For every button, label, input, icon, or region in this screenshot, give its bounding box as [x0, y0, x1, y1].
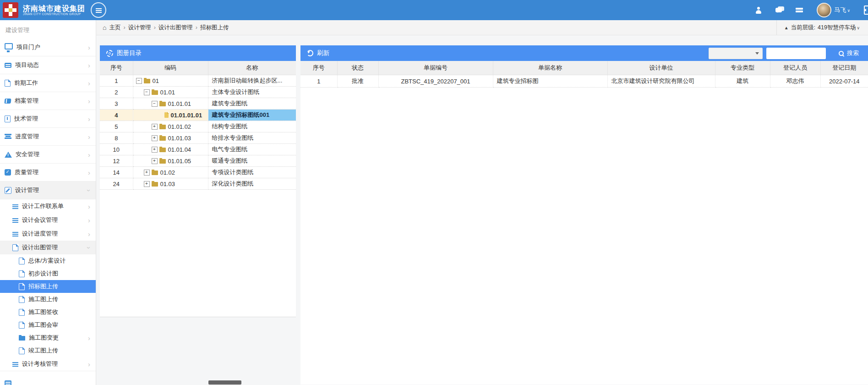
tree-code-text: 01.01.03 — [168, 135, 191, 142]
catalog-panel: 图册目录 序号 编码 名称 1 — [100, 45, 296, 317]
doc-no: ZBTSC_419_202207_001 — [378, 75, 493, 88]
folder-open-icon — [144, 79, 150, 83]
column-header-reg-date[interactable]: 登记日期 — [820, 61, 868, 75]
tree-row[interactable]: 8 01.01.03 给排水专业图纸 — [100, 132, 296, 144]
breadcrumb-design-management[interactable]: 设计管理 — [128, 24, 151, 32]
chevron-right-icon — [88, 44, 90, 51]
tree-seq: 2 — [100, 87, 133, 98]
sidebar-item-technical-management[interactable]: 技术管理 — [0, 110, 96, 128]
navbar-actions: 马飞 — [755, 3, 868, 17]
search-button[interactable]: 搜索 — [836, 49, 862, 58]
messages-icon[interactable] — [775, 8, 782, 12]
file-icon — [164, 112, 169, 118]
catalog-tree-table: 序号 编码 名称 1 01 — [100, 61, 296, 190]
tree-code-text: 01.01.04 — [168, 146, 191, 153]
sidebar-item-design-meeting[interactable]: 设计会议管理 — [0, 213, 96, 227]
sidebar-item-construction-drawing-receipt[interactable]: 施工图签收 — [0, 306, 96, 319]
filter-select[interactable] — [709, 48, 763, 59]
shell: 建设管理 项目门户 项目动态 前期工作 档案管理 — [0, 20, 868, 385]
sidebar-item-archive-management[interactable]: 档案管理 — [0, 92, 96, 110]
column-header-name[interactable]: 名称 — [208, 61, 296, 75]
sidebar-item-quality-management[interactable]: 质量管理 — [0, 164, 96, 182]
sidebar-item-preliminary-design[interactable]: 初步设计图 — [0, 267, 96, 280]
sidebar-item-design-assessment[interactable]: 设计考核管理 — [0, 357, 96, 371]
sidebar-item-overall-scheme-design[interactable]: 总体/方案设计 — [0, 254, 96, 267]
collapse-toggle-icon[interactable] — [136, 78, 142, 84]
documents-panel: 刷新 搜索 — [300, 45, 868, 385]
sidebar-item-design-progress[interactable]: 设计进度管理 — [0, 227, 96, 241]
search-icon — [839, 51, 844, 56]
expand-toggle-icon[interactable] — [144, 181, 150, 187]
sidebar-item-project-portal[interactable]: 项目门户 — [0, 38, 96, 56]
folder-icon — [159, 148, 166, 152]
tree-name: 济南新旧动能转换起步区... — [208, 75, 296, 87]
expand-toggle-icon[interactable] — [152, 147, 158, 153]
current-level-selector[interactable]: ▲ 当前层级: 419智慧停车场 — [776, 20, 868, 35]
column-header-seq[interactable]: 序号 — [300, 61, 337, 75]
top-navbar: 济南城市建设集团 JINAN CITY CONSTRUCTION GROUP 马… — [0, 0, 868, 20]
tree-row[interactable]: 14 01.02 专项设计类图纸 — [100, 167, 296, 178]
pencil-icon — [5, 187, 11, 194]
expand-toggle-icon[interactable] — [152, 158, 158, 164]
sidebar-item-bid-drawing-upload[interactable]: 招标图上传 — [0, 280, 96, 293]
tree-row-selected[interactable]: 4 01.01.01.01 建筑专业招标图纸001 — [100, 110, 296, 121]
sidebar-item-cutoff[interactable] — [0, 374, 96, 385]
column-header-code[interactable]: 编码 — [133, 61, 208, 75]
column-header-seq[interactable]: 序号 — [100, 61, 133, 75]
sidebar-item-design-work-contact[interactable]: 设计工作联系单 — [0, 199, 96, 213]
expand-toggle-icon[interactable] — [152, 124, 158, 130]
tree-row[interactable]: 12 01.01.05 暖通专业图纸 — [100, 155, 296, 167]
sidebar-item-design-drawing-management[interactable]: 设计出图管理 — [0, 241, 96, 254]
home-icon: ⌂ — [103, 24, 106, 31]
sidebar-item-design-management[interactable]: 设计管理 — [0, 182, 96, 199]
expand-toggle-icon[interactable] — [144, 170, 150, 176]
breadcrumb-home[interactable]: 主页 — [109, 24, 120, 32]
tree-row[interactable]: 24 01.03 深化设计类图纸 — [100, 178, 296, 190]
expand-toggle-icon[interactable] — [152, 135, 158, 141]
tree-row[interactable]: 3 01.01.01 建筑专业图纸 — [100, 98, 296, 110]
sidebar-item-label: 档案管理 — [15, 97, 38, 105]
sidebar-item-schedule-management[interactable]: 进度管理 — [0, 128, 96, 146]
sidebar-item-construction-drawing-review[interactable]: 施工图会审 — [0, 319, 96, 331]
collapse-toggle-icon[interactable] — [144, 89, 150, 95]
sidebar-item-safety-management[interactable]: 安全管理 — [0, 146, 96, 164]
breadcrumb-design-drawing-management[interactable]: 设计出图管理 — [158, 24, 193, 32]
refresh-button[interactable]: 刷新 — [317, 49, 329, 57]
catalog-panel-title: 图册目录 — [117, 49, 142, 57]
sidebar-item-project-news[interactable]: 项目动态 — [0, 56, 96, 74]
breadcrumb-bid-drawing-upload[interactable]: 招标图上传 — [200, 24, 229, 32]
folder-icon — [159, 125, 166, 129]
collapse-toggle-icon[interactable] — [152, 101, 158, 107]
column-header-doc-name[interactable]: 单据名称 — [493, 61, 607, 75]
brand-subtitle: JINAN CITY CONSTRUCTION GROUP — [23, 12, 85, 16]
tree-code-text: 01.01.02 — [168, 123, 191, 130]
tree-row[interactable]: 1 01 济南新旧动能转换起步区... — [100, 75, 296, 87]
user-menu[interactable]: 马飞 — [817, 3, 850, 17]
sidebar-item-construction-drawing-change[interactable]: 施工图变更 — [0, 331, 96, 344]
current-level-value: 419智慧停车场 — [818, 24, 860, 32]
column-header-doc-no[interactable]: 单据编号 — [378, 61, 493, 75]
column-header-registrant[interactable]: 登记人员 — [770, 61, 820, 75]
sidebar-item-completion-drawing-upload[interactable]: 竣工图上传 — [0, 344, 96, 357]
tree-row[interactable]: 5 01.01.02 结构专业图纸 — [100, 121, 296, 132]
tasks-icon[interactable] — [796, 8, 803, 10]
doc-major-type: 建筑 — [715, 75, 770, 88]
search-input[interactable] — [766, 48, 826, 59]
folder-icon — [152, 170, 158, 175]
tree-row[interactable]: 2 01.01 主体专业设计图纸 — [100, 87, 296, 98]
user-icon[interactable] — [755, 7, 762, 14]
chevron-right-icon — [88, 98, 90, 104]
tree-code-text: 01.01 — [160, 89, 175, 96]
column-header-design-unit[interactable]: 设计单位 — [607, 61, 715, 75]
column-header-major-type[interactable]: 专业类型 — [715, 61, 770, 75]
sidebar-item-preliminary-work[interactable]: 前期工作 — [0, 74, 96, 92]
sidebar-item-construction-drawing-upload[interactable]: 施工图上传 — [0, 293, 96, 306]
sidebar-item-label: 设计考核管理 — [22, 360, 58, 368]
tree-row[interactable]: 10 01.01.04 电气专业图纸 — [100, 144, 296, 155]
sidebar-item-label: 施工图会审 — [28, 321, 58, 329]
logout-icon[interactable] — [864, 6, 868, 15]
doc-status: 批准 — [337, 75, 378, 88]
column-header-status[interactable]: 状态 — [337, 61, 378, 75]
sidebar-toggle-button[interactable] — [91, 2, 106, 18]
document-row[interactable]: 1 批准 ZBTSC_419_202207_001 建筑专业招标图 北京市建筑设… — [300, 75, 868, 88]
